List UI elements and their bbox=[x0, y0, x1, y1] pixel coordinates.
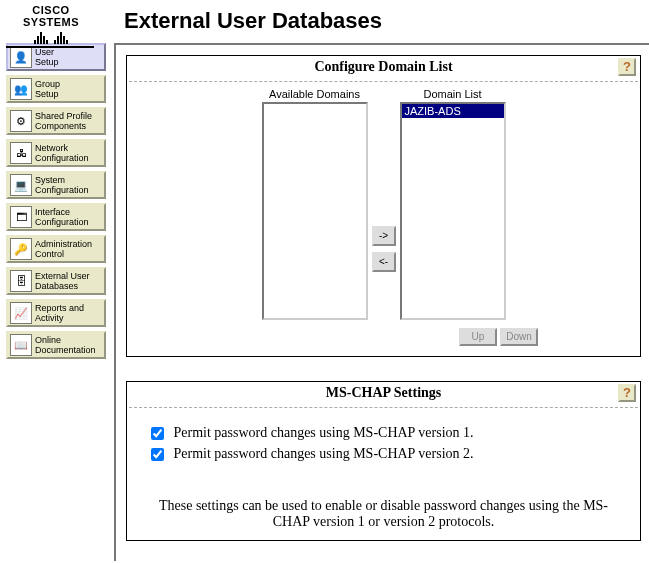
configure-domain-panel: Configure Domain List ? Available Domain… bbox=[126, 55, 641, 357]
sidebar-item-external-user-databases[interactable]: 🗄External User Databases bbox=[6, 267, 106, 295]
nav-icon: 👥 bbox=[10, 78, 32, 100]
nav-icon: 📈 bbox=[10, 302, 32, 324]
sidebar-item-reports-and-activity[interactable]: 📈Reports and Activity bbox=[6, 299, 106, 327]
mschap-v2-checkbox[interactable] bbox=[151, 448, 164, 461]
down-button[interactable]: Down bbox=[500, 328, 538, 346]
nav-icon: 🖧 bbox=[10, 142, 32, 164]
mschap-v1-label: Permit password changes using MS-CHAP ve… bbox=[174, 425, 474, 440]
sidebar-item-administration-control[interactable]: 🔑Administration Control bbox=[6, 235, 106, 263]
mschap-panel: MS-CHAP Settings ? Permit password chang… bbox=[126, 381, 641, 541]
content-area: Configure Domain List ? Available Domain… bbox=[114, 43, 649, 561]
help-icon[interactable]: ? bbox=[618, 58, 636, 76]
domain-listbox[interactable]: JAZIB-ADS bbox=[400, 102, 506, 320]
sidebar-item-label: Administration Control bbox=[35, 239, 104, 259]
sidebar-item-shared-profile-components[interactable]: ⚙Shared Profile Components bbox=[6, 107, 106, 135]
sidebar-item-label: User Setup bbox=[35, 47, 104, 67]
remove-domain-button[interactable]: <- bbox=[372, 252, 396, 272]
sidebar-item-label: Group Setup bbox=[35, 79, 104, 99]
sidebar: 👤User Setup👥Group Setup⚙Shared Profile C… bbox=[0, 39, 114, 363]
nav-icon: 💻 bbox=[10, 174, 32, 196]
domain-list-label: Domain List bbox=[400, 88, 506, 100]
mschap-v2-label: Permit password changes using MS-CHAP ve… bbox=[174, 446, 474, 461]
sidebar-item-label: External User Databases bbox=[35, 271, 104, 291]
add-domain-button[interactable]: -> bbox=[372, 226, 396, 246]
sidebar-item-label: System Configuration bbox=[35, 175, 104, 195]
sidebar-item-system-configuration[interactable]: 💻System Configuration bbox=[6, 171, 106, 199]
cisco-logo: CISCO SYSTEMS bbox=[6, 4, 96, 39]
nav-icon: 👤 bbox=[10, 46, 32, 68]
nav-icon: 🗔 bbox=[10, 206, 32, 228]
nav-icon: ⚙ bbox=[10, 110, 32, 132]
nav-icon: 📖 bbox=[10, 334, 32, 356]
help-icon[interactable]: ? bbox=[618, 384, 636, 402]
mschap-v1-checkbox[interactable] bbox=[151, 427, 164, 440]
list-item[interactable]: JAZIB-ADS bbox=[402, 104, 504, 118]
available-domains-listbox[interactable] bbox=[262, 102, 368, 320]
sidebar-item-interface-configuration[interactable]: 🗔Interface Configuration bbox=[6, 203, 106, 231]
sidebar-item-label: Interface Configuration bbox=[35, 207, 104, 227]
sidebar-item-label: Shared Profile Components bbox=[35, 111, 104, 131]
logo-bars-icon bbox=[6, 30, 96, 44]
sidebar-item-group-setup[interactable]: 👥Group Setup bbox=[6, 75, 106, 103]
nav-icon: 🗄 bbox=[10, 270, 32, 292]
logo-text: CISCO SYSTEMS bbox=[6, 4, 96, 28]
sidebar-item-network-configuration[interactable]: 🖧Network Configuration bbox=[6, 139, 106, 167]
sidebar-item-label: Online Documentation bbox=[35, 335, 104, 355]
sidebar-item-label: Reports and Activity bbox=[35, 303, 104, 323]
available-domains-label: Available Domains bbox=[262, 88, 368, 100]
domain-panel-title: Configure Domain List bbox=[314, 59, 452, 74]
sidebar-item-online-documentation[interactable]: 📖Online Documentation bbox=[6, 331, 106, 359]
up-button[interactable]: Up bbox=[459, 328, 497, 346]
mschap-title: MS-CHAP Settings bbox=[326, 385, 442, 400]
sidebar-item-label: Network Configuration bbox=[35, 143, 104, 163]
nav-icon: 🔑 bbox=[10, 238, 32, 260]
page-title: External User Databases bbox=[124, 8, 382, 34]
mschap-description: These settings can be used to enable or … bbox=[139, 498, 628, 530]
